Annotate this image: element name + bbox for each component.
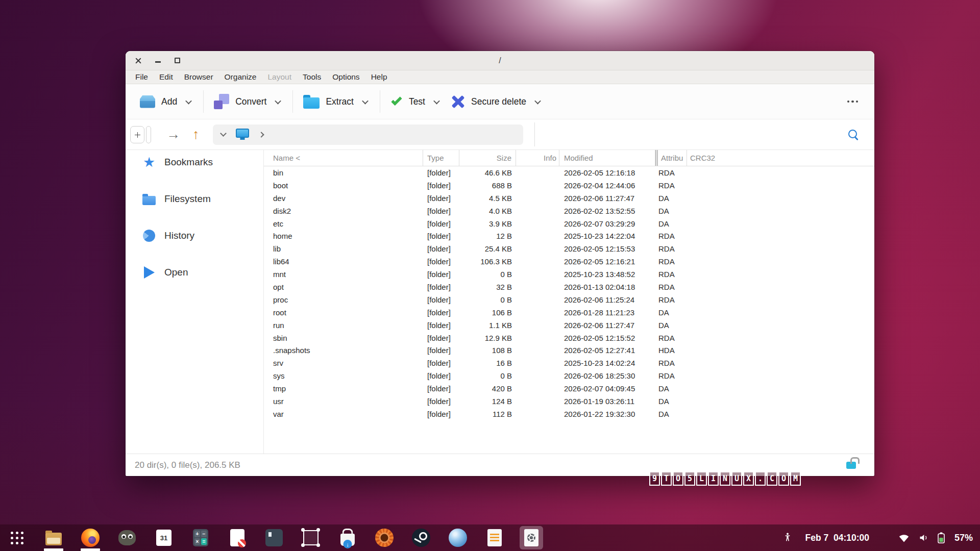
volume-icon[interactable]	[918, 533, 929, 542]
battery-icon[interactable]	[938, 532, 945, 543]
dock-terminal[interactable]	[262, 524, 286, 551]
history-icon	[143, 230, 155, 242]
software-center-icon	[340, 534, 355, 546]
new-tab-button[interactable]	[130, 126, 144, 143]
table-row[interactable]: disk2[folder]4.0 KB2026-02-02 13:52:55DA	[264, 205, 874, 217]
app-grid-button[interactable]	[5, 524, 29, 551]
table-row[interactable]: var[folder]112 B2026-01-22 19:32:30DA	[264, 408, 874, 420]
sidebar-item-bookmarks[interactable]: ★ Bookmarks	[141, 151, 263, 173]
toolbar-separator	[380, 90, 380, 113]
extract-button[interactable]: Extract	[298, 90, 358, 113]
titlebar[interactable]: /	[126, 51, 874, 70]
dock-peazip-active[interactable]	[520, 524, 543, 551]
dock-file-manager[interactable]	[42, 524, 65, 551]
calendar-icon: 31	[156, 530, 172, 546]
table-row[interactable]: boot[folder]688 B2026-02-04 12:44:06RDA	[264, 179, 874, 192]
dock-text-editor[interactable]	[226, 524, 249, 551]
dock-steam[interactable]	[409, 524, 433, 551]
dock-calculator[interactable]	[189, 524, 212, 551]
dock-archive-manager[interactable]	[483, 524, 506, 551]
table-row[interactable]: srv[folder]16 B2025-10-23 14:02:24RDA	[264, 357, 874, 369]
table-row[interactable]: .snapshots[folder]108 B2026-02-05 12:27:…	[264, 344, 874, 357]
menu-file[interactable]: File	[130, 72, 154, 82]
calculator-icon	[193, 529, 208, 546]
table-row[interactable]: usr[folder]124 B2026-01-19 03:26:11DA	[264, 395, 874, 408]
table-row[interactable]: sys[folder]0 B2026-02-06 18:25:30RDA	[264, 369, 874, 382]
test-button[interactable]: Test	[385, 92, 430, 111]
table-row[interactable]: sbin[folder]12.9 KB2026-02-05 12:15:52RD…	[264, 332, 874, 344]
computer-icon[interactable]	[236, 129, 249, 138]
sidebar-item-history[interactable]: History	[141, 224, 263, 247]
accessibility-icon[interactable]	[783, 532, 792, 543]
dock-calendar[interactable]: 31	[152, 524, 176, 551]
dock-image-viewer[interactable]	[373, 524, 396, 551]
cell-type: [folder]	[423, 397, 459, 406]
menu-help[interactable]: Help	[365, 72, 393, 82]
table-row[interactable]: mnt[folder]0 B2025-10-23 13:48:52RDA	[264, 268, 874, 281]
dock-web-browser[interactable]	[446, 524, 470, 551]
cell-type: [folder]	[423, 257, 459, 266]
table-row[interactable]: tmp[folder]420 B2026-02-07 04:09:45DA	[264, 382, 874, 395]
cell-attr: RDA	[655, 295, 687, 304]
secure-delete-dropdown[interactable]	[531, 96, 547, 107]
history-label: History	[164, 230, 194, 241]
menu-tools[interactable]: Tools	[297, 72, 327, 82]
wifi-icon[interactable]	[898, 534, 910, 542]
menu-options[interactable]: Options	[327, 72, 365, 82]
cell-modified: 2026-01-19 03:26:11	[559, 397, 655, 406]
table-row[interactable]: etc[folder]3.9 KB2026-02-07 03:29:29DA	[264, 217, 874, 230]
table-row[interactable]: lib64[folder]106.3 KB2026-02-05 12:16:21…	[264, 255, 874, 268]
table-row[interactable]: root[folder]106 B2026-01-28 11:21:23DA	[264, 306, 874, 319]
cell-name: usr	[264, 397, 423, 406]
dock-firefox[interactable]	[79, 524, 102, 551]
dock-software-center[interactable]	[336, 524, 359, 551]
menu-edit[interactable]: Edit	[154, 72, 179, 82]
table-row[interactable]: lib[folder]25.4 KB2026-02-05 12:15:53RDA	[264, 242, 874, 255]
play-triangle-icon	[144, 266, 155, 279]
column-header-info[interactable]: Info	[516, 150, 559, 166]
up-directory-icon[interactable]: ↑	[186, 128, 206, 141]
toolbar-separator	[203, 90, 204, 113]
add-dropdown[interactable]	[182, 96, 198, 107]
cell-size: 4.0 KB	[459, 207, 516, 215]
column-header-crc32[interactable]: CRC32	[687, 150, 874, 166]
extract-dropdown[interactable]	[359, 96, 375, 107]
sidebar-item-filesystem[interactable]: Filesystem	[141, 188, 263, 210]
table-row[interactable]: run[folder]1.1 KB2026-02-06 11:27:47DA	[264, 319, 874, 332]
add-button[interactable]: Add	[135, 91, 182, 112]
menu-organize[interactable]: Organize	[219, 72, 262, 82]
table-row[interactable]: home[folder]12 B2025-10-23 14:22:04RDA	[264, 230, 874, 242]
column-header-name[interactable]: Name <	[264, 150, 423, 166]
column-header-attributes[interactable]: Attribu	[655, 150, 687, 166]
sidebar-item-open[interactable]: Open	[141, 261, 263, 284]
cell-name: bin	[264, 168, 423, 177]
watermark-letter: O	[778, 471, 789, 486]
taskbar: 31 Feb 7 04:10:00	[0, 524, 980, 551]
chevron-down-icon	[362, 97, 369, 104]
search-button[interactable]	[848, 129, 874, 140]
table-row[interactable]: opt[folder]32 B2026-01-13 02:04:18RDA	[264, 281, 874, 293]
forward-arrow-icon[interactable]: →	[160, 128, 186, 141]
clock[interactable]: Feb 7 04:10:00	[805, 533, 869, 543]
column-header-size[interactable]: Size	[459, 150, 516, 166]
watermark: 9TO5LINUX.COM	[649, 471, 801, 486]
extract-folder-icon	[303, 97, 320, 109]
secure-delete-button[interactable]: Secure delete	[446, 91, 531, 113]
table-row[interactable]: proc[folder]0 B2026-02-06 11:25:24RDA	[264, 293, 874, 306]
test-dropdown[interactable]	[430, 96, 446, 107]
column-header-modified[interactable]: Modified	[559, 150, 655, 166]
convert-dropdown[interactable]	[272, 96, 287, 107]
unlocked-padlock-icon[interactable]	[846, 462, 856, 469]
convert-button[interactable]: Convert	[209, 90, 272, 113]
breadcrumb[interactable]	[213, 124, 523, 145]
column-header-type[interactable]: Type	[423, 150, 459, 166]
cell-size: 46.6 KB	[459, 168, 516, 177]
table-row[interactable]: bin[folder]46.6 KB2026-02-05 12:16:18RDA	[264, 166, 874, 179]
table-row[interactable]: dev[folder]4.5 KB2026-02-06 11:27:47DA	[264, 192, 874, 205]
menu-browser[interactable]: Browser	[179, 72, 219, 82]
dock-boxes[interactable]	[299, 524, 323, 551]
toolbar-overflow-button[interactable]	[840, 95, 866, 108]
dock-gimp[interactable]	[115, 524, 139, 551]
chevron-down-icon[interactable]	[220, 130, 227, 137]
tab-sliver[interactable]	[146, 126, 151, 143]
